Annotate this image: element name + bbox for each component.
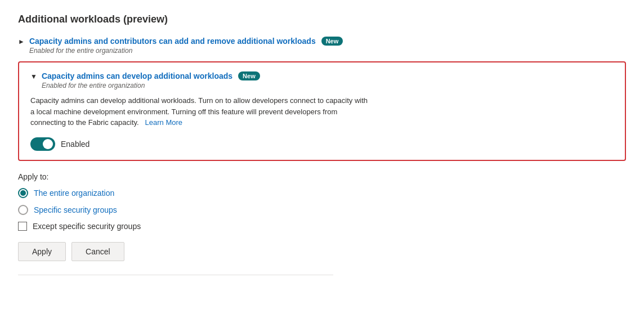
radio-specific-groups[interactable]: Specific security groups <box>18 205 626 215</box>
radio-circle-2 <box>18 205 28 215</box>
toggle-track <box>30 137 55 151</box>
radio-label-1: The entire organization <box>34 189 114 198</box>
cancel-button[interactable]: Cancel <box>71 242 124 261</box>
radio-inner-1 <box>20 190 26 196</box>
workload-1-title-row: Capacity admins and contributors can add… <box>29 37 626 46</box>
buttons-row: Apply Cancel <box>18 242 626 261</box>
enabled-toggle[interactable] <box>30 137 55 151</box>
checkbox-except-groups[interactable]: Except specific security groups <box>18 222 626 231</box>
chevron-right-icon: ► <box>18 38 25 46</box>
workload-1-content: Capacity admins and contributors can add… <box>29 37 626 55</box>
checkbox-box <box>18 222 27 231</box>
toggle-thumb <box>43 139 53 149</box>
apply-to-label: Apply to: <box>18 172 626 181</box>
toggle-label: Enabled <box>61 140 90 149</box>
workload-item-2[interactable]: ▼ Capacity admins can develop additional… <box>30 71 614 89</box>
expanded-section: ▼ Capacity admins can develop additional… <box>18 61 626 161</box>
workload-1-badge: New <box>321 37 343 46</box>
workload-2-content: Capacity admins can develop additional w… <box>42 71 614 89</box>
workload-item-1[interactable]: ► Capacity admins and contributors can a… <box>18 37 626 55</box>
workload-2-title: Capacity admins can develop additional w… <box>42 71 232 80</box>
radio-label-2: Specific security groups <box>34 205 117 214</box>
page-title: Additional workloads (preview) <box>18 14 626 25</box>
apply-button[interactable]: Apply <box>18 242 66 261</box>
apply-to-section: Apply to: The entire organization Specif… <box>18 172 626 261</box>
workload-1-title: Capacity admins and contributors can add… <box>29 37 316 46</box>
workload-2-title-row: Capacity admins can develop additional w… <box>42 71 614 80</box>
toggle-row: Enabled <box>30 137 614 151</box>
workload-1-subtitle: Enabled for the entire organization <box>29 47 626 55</box>
section-divider <box>18 275 333 275</box>
learn-more-link[interactable]: Learn More <box>145 118 182 127</box>
workload-2-description: Capacity admins can develop additional w… <box>30 95 368 128</box>
checkbox-label: Except specific security groups <box>33 222 141 231</box>
chevron-down-icon: ▼ <box>30 73 37 80</box>
radio-entire-organization[interactable]: The entire organization <box>18 188 626 198</box>
workload-2-badge: New <box>238 71 260 80</box>
workload-2-subtitle: Enabled for the entire organization <box>42 82 614 89</box>
radio-circle-1 <box>18 188 28 198</box>
